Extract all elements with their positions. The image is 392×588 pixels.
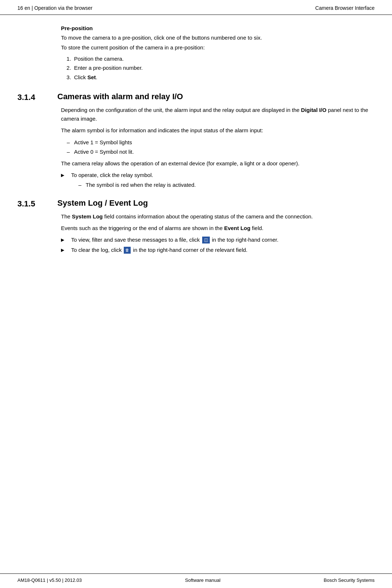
arrow-item-1: To operate, click the relay symbol. The … [61,171,375,190]
preposition-title: Pre-position [61,25,375,31]
header-right: Camera Browser Interface [315,5,375,11]
section-314-para2: The alarm symbol is for information and … [61,126,375,135]
section-315: 3.1.5 System Log / Event Log The System … [17,198,375,254]
preposition-steps: Position the camera. Enter a pre-positio… [73,54,375,82]
system-log-bold: System Log [72,213,103,220]
section-315-number: 3.1.5 [17,198,57,209]
section-315-body: The System Log field contains informatio… [61,212,375,254]
set-bold: Set [87,74,96,80]
arrow-item-1-sub-1: The symbol is red when the relay is acti… [78,180,375,190]
section-315-para2: Events such as the triggering or the end… [61,224,375,233]
page-header: 16 en | Operation via the browser Camera… [0,0,392,15]
arrow-item-1-text: To operate, click the relay symbol. [71,172,153,178]
footer-center: Software manual [185,577,221,583]
arrow-item-clear-prefix: To clear the log, click [71,247,123,253]
save-icon: ◫ [202,237,210,244]
preposition-para2: To store the current position of the cam… [61,43,375,52]
arrow-item-view-prefix: To view, filter and save these messages … [71,237,201,243]
section-314-para1: Depending on the configuration of the un… [61,106,375,123]
page-footer: AM18-Q0611 | v5.50 | 2012.03 Software ma… [0,573,392,588]
arrow-item-clear: To clear the log, click 🗑 in the top rig… [61,246,375,254]
section-314: 3.1.4 Cameras with alarm and relay I/O D… [17,92,375,190]
digital-io-bold: Digital I/O [301,107,326,113]
bullet-active0: Active 0 = Symbol not lit. [67,147,375,157]
trash-icon: 🗑 [124,247,131,253]
section-315-arrow-list: To view, filter and save these messages … [61,235,375,254]
arrow-item-view: To view, filter and save these messages … [61,235,375,244]
arrow-item-view-suffix: in the top right-hand corner. [211,237,279,243]
step-1: Position the camera. [73,54,375,64]
preposition-para1: To move the camera to a pre-position, cl… [61,33,375,42]
section-314-body: Depending on the configuration of the un… [61,106,375,190]
preposition-section: Pre-position To move the camera to a pre… [61,25,375,82]
page-content: Pre-position To move the camera to a pre… [0,15,392,573]
footer-right: Bosch Security Systems [324,577,375,583]
section-315-para1: The System Log field contains informatio… [61,212,375,221]
page-container: 16 en | Operation via the browser Camera… [0,0,392,588]
bullet-active1: Active 1 = Symbol lights [67,138,375,147]
section-314-bullets: Active 1 = Symbol lights Active 0 = Symb… [67,138,375,156]
section-315-title: System Log / Event Log [57,198,148,208]
arrow-item-clear-suffix: in the top right-hand corner of the rele… [131,247,247,253]
event-log-bold: Event Log [224,225,250,231]
section-314-title: Cameras with alarm and relay I/O [57,92,183,101]
header-left: 16 en | Operation via the browser [17,5,93,11]
footer-left: AM18-Q0611 | v5.50 | 2012.03 [17,577,82,583]
section-315-para1-prefix: The [61,213,72,220]
section-315-para2-suffix: field. [250,225,264,231]
step-2: Enter a pre-position number. [73,63,375,73]
section-314-number: 3.1.4 [17,92,57,102]
step-3: Click Set. [73,73,375,82]
arrow-item-1-sub: The symbol is red when the relay is acti… [78,180,375,190]
section-315-para1-suffix: field contains information about the ope… [103,213,313,220]
section-314-arrow-list: To operate, click the relay symbol. The … [61,171,375,190]
section-314-heading-row: 3.1.4 Cameras with alarm and relay I/O [17,92,375,102]
section-314-para1-prefix: Depending on the configuration of the un… [61,107,301,113]
section-314-para3: The camera relay allows the operation of… [61,159,375,168]
section-315-heading-row: 3.1.5 System Log / Event Log [17,198,375,209]
section-315-para2-prefix: Events such as the triggering or the end… [61,225,224,231]
